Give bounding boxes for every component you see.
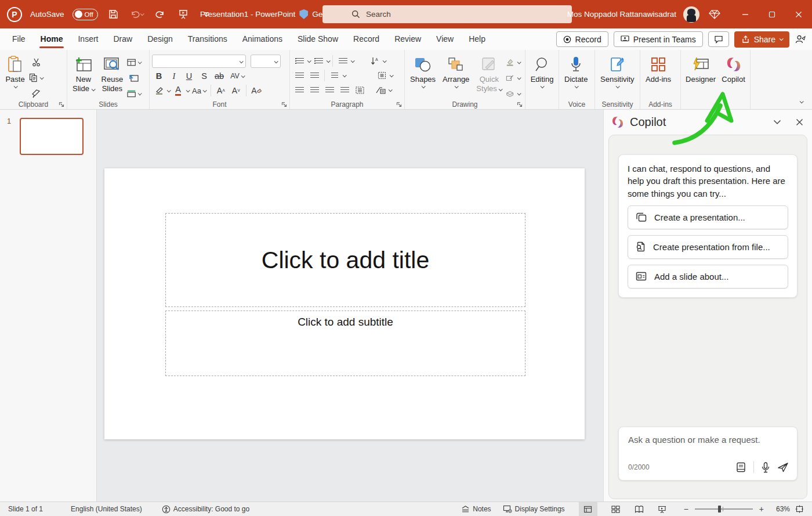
add-remove-columns-button[interactable] xyxy=(328,69,342,82)
paragraph-dialog-launcher[interactable] xyxy=(396,102,402,107)
increase-indent-button[interactable] xyxy=(307,69,321,82)
zoom-slider-thumb[interactable] xyxy=(718,506,721,513)
shape-effects-button[interactable] xyxy=(506,87,520,100)
tab-file[interactable]: File xyxy=(5,28,33,50)
text-direction-sort-button[interactable]: A xyxy=(368,55,382,67)
clipboard-dialog-launcher[interactable] xyxy=(59,102,64,107)
numbering-chevron-icon[interactable] xyxy=(327,59,331,63)
redo-button[interactable] xyxy=(153,7,168,22)
shape-fill-button[interactable] xyxy=(506,56,520,68)
accessibility-status[interactable]: Accessibility: Good to go xyxy=(156,502,255,516)
line-spacing-button[interactable] xyxy=(336,55,350,67)
normal-view-button[interactable] xyxy=(579,502,597,516)
send-icon[interactable] xyxy=(777,462,789,472)
section-button[interactable] xyxy=(127,87,141,100)
decrease-indent-button[interactable] xyxy=(292,69,306,82)
align-right-button[interactable] xyxy=(322,84,336,96)
new-slide-button[interactable]: New Slide xyxy=(70,53,97,95)
line-spacing-chevron-icon[interactable] xyxy=(351,59,355,63)
align-text-button[interactable] xyxy=(375,69,389,82)
slide-layout-button[interactable] xyxy=(127,56,141,68)
microphone-icon[interactable] xyxy=(762,462,770,473)
fit-slide-to-window-button[interactable] xyxy=(790,502,809,516)
search-box[interactable] xyxy=(322,5,572,23)
copilot-button[interactable]: Copilot xyxy=(719,53,748,85)
tab-draw[interactable]: Draw xyxy=(106,28,140,50)
smartart-chevron-icon[interactable] xyxy=(389,88,393,92)
language-indicator[interactable]: English (United States) xyxy=(65,502,148,516)
font-size-combo[interactable] xyxy=(251,55,281,68)
italic-button[interactable]: I xyxy=(167,70,181,82)
align-text-chevron-icon[interactable] xyxy=(390,73,394,77)
tab-design[interactable]: Design xyxy=(140,28,180,50)
record-button[interactable]: Record xyxy=(556,31,608,47)
maximize-button[interactable] xyxy=(759,0,785,28)
justify-button[interactable] xyxy=(338,84,351,96)
addins-button[interactable]: Add-ins xyxy=(643,53,674,85)
copilot-collapse-button[interactable] xyxy=(770,116,784,129)
convert-to-smartart-button[interactable] xyxy=(374,84,387,96)
search-input[interactable] xyxy=(366,10,540,19)
autosave-toggle[interactable]: Off xyxy=(72,9,98,20)
tab-record[interactable]: Record xyxy=(346,28,387,50)
zoom-slider[interactable] xyxy=(695,508,753,510)
text-shadow-button[interactable]: S xyxy=(197,70,211,82)
tab-slide-show[interactable]: Slide Show xyxy=(290,28,346,50)
powerpoint-app-icon[interactable]: P xyxy=(7,7,22,22)
present-in-teams-button[interactable]: Present in Teams xyxy=(614,31,703,47)
decrease-font-button[interactable]: A˅ xyxy=(229,84,243,97)
subtitle-placeholder[interactable]: Click to add subtitle xyxy=(165,311,525,376)
character-spacing-button[interactable]: AV xyxy=(227,70,247,82)
tab-home[interactable]: Home xyxy=(33,28,71,50)
highlight-button[interactable] xyxy=(152,84,166,97)
change-case-button[interactable]: Aa xyxy=(190,84,208,97)
share-button[interactable]: Share xyxy=(734,31,789,48)
copilot-close-button[interactable] xyxy=(792,116,806,129)
user-name[interactable]: Mos Noppadol Rattanawisadrat xyxy=(567,10,676,19)
arrange-button[interactable]: Arrange xyxy=(440,53,472,90)
bullets-button[interactable] xyxy=(292,55,306,67)
sensitivity-button[interactable]: Sensitivity xyxy=(597,53,637,90)
avatar[interactable] xyxy=(683,6,699,23)
direction-chevron-icon[interactable] xyxy=(383,59,387,63)
bold-button[interactable]: B xyxy=(152,70,166,82)
zoom-out-button[interactable]: − xyxy=(682,504,690,514)
close-button[interactable] xyxy=(785,0,812,28)
display-settings-button[interactable]: Display Settings xyxy=(497,502,571,516)
slideshow-view-button[interactable] xyxy=(653,502,672,516)
slide-counter[interactable]: Slide 1 of 1 xyxy=(0,502,49,516)
font-name-combo[interactable] xyxy=(152,55,246,68)
highlight-chevron-icon[interactable] xyxy=(167,88,171,92)
zoom-in-button[interactable]: + xyxy=(757,504,766,514)
paste-button[interactable]: Paste xyxy=(2,53,28,90)
copilot-prompt-input[interactable] xyxy=(628,435,788,445)
shapes-button[interactable]: Shapes xyxy=(407,53,438,90)
minimize-button[interactable] xyxy=(732,0,759,28)
comments-button[interactable] xyxy=(708,31,729,47)
dictate-button[interactable]: Dictate xyxy=(561,53,590,90)
slide-sorter-view-button[interactable] xyxy=(607,502,625,516)
notebook-icon[interactable] xyxy=(736,462,746,472)
align-center-button[interactable] xyxy=(307,84,321,96)
align-left-button[interactable] xyxy=(292,84,306,96)
suggestion-create-presentation[interactable]: Create a presentation... xyxy=(628,205,788,229)
tab-view[interactable]: View xyxy=(429,28,461,50)
user-presence-icon[interactable] xyxy=(795,34,806,45)
font-dialog-launcher[interactable] xyxy=(281,102,287,107)
cut-button[interactable] xyxy=(29,56,43,68)
numbering-button[interactable] xyxy=(311,55,325,67)
designer-button[interactable]: Designer xyxy=(683,53,718,85)
reset-slide-button[interactable] xyxy=(127,71,141,84)
reading-view-button[interactable] xyxy=(630,502,648,516)
column-layout-button[interactable] xyxy=(353,84,367,96)
notes-button[interactable]: Notes xyxy=(455,502,496,516)
copilot-input-card[interactable]: 0/2000 xyxy=(618,427,798,481)
editing-button[interactable]: Editing xyxy=(528,53,556,90)
slide-canvas[interactable]: Click to add title Click to add subtitle xyxy=(104,168,585,439)
tab-review[interactable]: Review xyxy=(387,28,429,50)
drawing-dialog-launcher[interactable] xyxy=(517,102,523,107)
title-placeholder[interactable]: Click to add title xyxy=(165,213,525,307)
suggestion-add-slide[interactable]: Add a slide about... xyxy=(628,265,788,288)
slide-thumbnail[interactable] xyxy=(20,118,84,155)
undo-button[interactable] xyxy=(129,7,144,22)
